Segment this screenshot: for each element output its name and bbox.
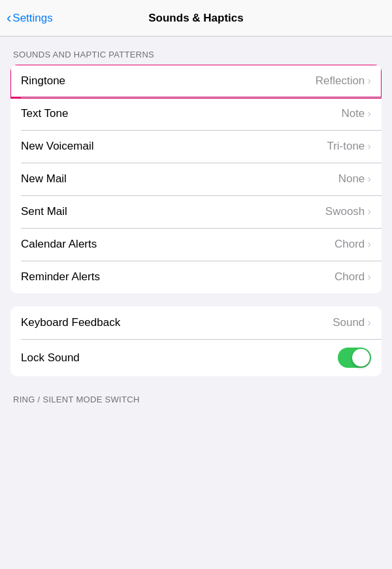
- new-voicemail-row[interactable]: New Voicemail Tri-tone ›: [10, 130, 382, 163]
- calendar-alerts-chevron-icon: ›: [367, 238, 371, 251]
- navigation-bar: ‹ Settings Sounds & Haptics: [0, 0, 392, 37]
- keyboard-feedback-row[interactable]: Keyboard Feedback Sound ›: [10, 306, 382, 339]
- sent-mail-value: Swoosh: [325, 205, 365, 218]
- ringtone-label: Ringtone: [21, 74, 65, 88]
- keyboard-feedback-value: Sound: [333, 316, 365, 329]
- calendar-alerts-value: Chord: [335, 238, 365, 251]
- lock-sound-row[interactable]: Lock Sound: [10, 339, 382, 376]
- text-tone-chevron-icon: ›: [367, 107, 371, 120]
- reminder-alerts-right: Chord ›: [335, 270, 371, 284]
- sent-mail-row[interactable]: Sent Mail Swoosh ›: [10, 195, 382, 228]
- new-mail-right: None ›: [338, 172, 371, 186]
- lock-sound-toggle[interactable]: [338, 348, 371, 368]
- new-voicemail-chevron-icon: ›: [367, 140, 371, 153]
- reminder-alerts-row[interactable]: Reminder Alerts Chord ›: [10, 261, 382, 293]
- section-ring-silent-label: RING / SILENT MODE SWITCH: [0, 389, 392, 404]
- ringtone-row[interactable]: Ringtone Reflection ›: [10, 65, 382, 97]
- page-title: Sounds & Haptics: [148, 12, 243, 25]
- new-mail-label: New Mail: [21, 172, 67, 186]
- new-voicemail-label: New Voicemail: [21, 140, 94, 153]
- text-tone-row[interactable]: Text Tone Note ›: [10, 97, 382, 130]
- text-tone-label: Text Tone: [21, 107, 68, 120]
- sent-mail-label: Sent Mail: [21, 205, 67, 218]
- new-voicemail-value: Tri-tone: [327, 140, 365, 153]
- back-chevron-icon: ‹: [7, 11, 11, 25]
- text-tone-right: Note ›: [341, 107, 371, 120]
- back-button[interactable]: ‹ Settings: [7, 11, 53, 25]
- new-mail-row[interactable]: New Mail None ›: [10, 163, 382, 195]
- ringtone-value: Reflection: [316, 74, 365, 88]
- reminder-alerts-value: Chord: [335, 270, 365, 284]
- ringtone-chevron-icon: ›: [367, 74, 371, 88]
- toggle-knob: [352, 349, 370, 366]
- lock-sound-right: [338, 348, 371, 368]
- keyboard-feedback-right: Sound ›: [333, 316, 371, 329]
- ringtone-right: Reflection ›: [316, 74, 371, 88]
- calendar-alerts-right: Chord ›: [335, 238, 371, 251]
- sounds-haptic-group: Ringtone Reflection › Text Tone Note › N…: [10, 65, 382, 293]
- reminder-alerts-chevron-icon: ›: [367, 270, 371, 284]
- calendar-alerts-label: Calendar Alerts: [21, 238, 97, 251]
- lock-sound-label: Lock Sound: [21, 351, 80, 365]
- new-mail-value: None: [338, 172, 365, 186]
- back-label: Settings: [12, 12, 52, 25]
- keyboard-feedback-chevron-icon: ›: [367, 316, 371, 329]
- reminder-alerts-label: Reminder Alerts: [21, 270, 100, 284]
- text-tone-value: Note: [341, 107, 365, 120]
- calendar-alerts-row[interactable]: Calendar Alerts Chord ›: [10, 228, 382, 261]
- new-mail-chevron-icon: ›: [367, 172, 371, 186]
- feedback-group: Keyboard Feedback Sound › Lock Sound: [10, 306, 382, 376]
- new-voicemail-right: Tri-tone ›: [327, 140, 371, 153]
- keyboard-feedback-label: Keyboard Feedback: [21, 316, 120, 329]
- sent-mail-chevron-icon: ›: [367, 205, 371, 218]
- section-sounds-label: SOUNDS AND HAPTIC PATTERNS: [0, 37, 392, 65]
- sent-mail-right: Swoosh ›: [325, 205, 371, 218]
